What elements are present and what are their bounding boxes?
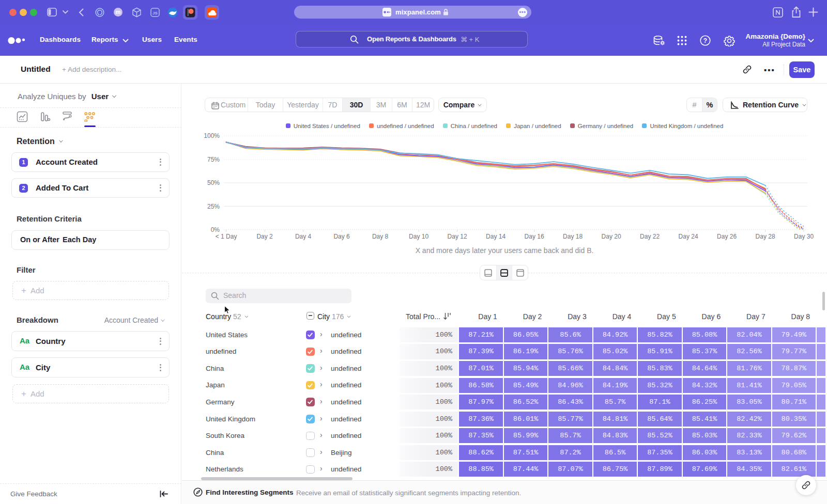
svg-text:JS: JS: [152, 11, 158, 15]
svg-text:?: ?: [703, 37, 707, 44]
